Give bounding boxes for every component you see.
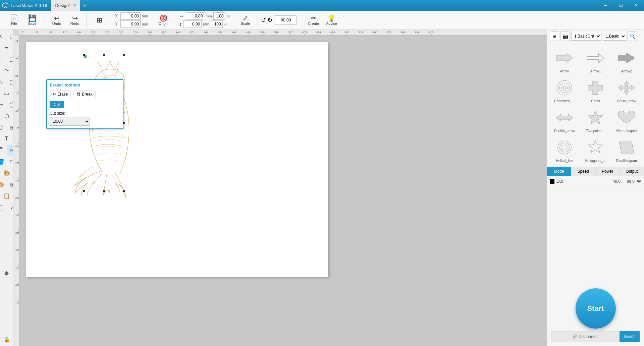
lib-selector-1[interactable]: 1.BasicGra xyxy=(571,32,601,41)
redo-btn[interactable]: ↪ Redo xyxy=(66,13,84,27)
text2-tool[interactable]: T̈ xyxy=(0,145,6,156)
tab-close[interactable]: ✕ xyxy=(73,3,76,8)
align-tool[interactable]: ⊞ xyxy=(7,179,14,190)
rotate-ccw-btn[interactable]: ↺ xyxy=(261,16,266,24)
shape-parallelogram[interactable]: Parallelogram xyxy=(612,135,641,164)
cross-label: Cross xyxy=(591,99,600,103)
shape-five-star[interactable]: Five-pointe... xyxy=(581,106,610,134)
grid-tool[interactable]: ⊞ xyxy=(7,122,14,133)
shape-heart[interactable]: Heart-shaped xyxy=(612,106,641,134)
start-button[interactable]: Start xyxy=(576,288,616,329)
svg-text:432: 432 xyxy=(15,284,19,286)
tab-output[interactable]: Output xyxy=(620,167,644,176)
shape-hex-star[interactable]: Hexagonal_... xyxy=(581,135,610,164)
color2-tool[interactable]: 🎨 xyxy=(0,179,6,190)
canvas-area[interactable]: 2057861151441732022312592883173463754044… xyxy=(13,30,547,346)
new-tab-btn[interactable]: + xyxy=(80,1,90,10)
rect-tool[interactable]: ▭ xyxy=(1,88,12,99)
origin-btn[interactable]: 🎯 Origin xyxy=(155,13,172,27)
text-tool[interactable]: T xyxy=(1,133,12,144)
maximize-btn[interactable]: ☐ xyxy=(613,0,629,11)
pen-tool[interactable]: ✒ xyxy=(1,42,12,53)
select-tool[interactable]: ↖ xyxy=(0,31,6,42)
arrow2-label: Arrow2 xyxy=(621,69,632,73)
x-input[interactable] xyxy=(120,12,141,20)
break-btn[interactable]: ⛓ Break xyxy=(73,90,95,98)
shape-concentric[interactable]: Concentric_... xyxy=(550,76,579,104)
close-btn[interactable]: ✕ xyxy=(629,0,644,11)
ellipse-tool[interactable]: ◯ xyxy=(7,99,14,110)
freehand-tool[interactable]: 〜 xyxy=(1,65,12,76)
svg-text:375: 375 xyxy=(15,249,19,251)
svg-text:86: 86 xyxy=(15,75,18,77)
fill2-tool[interactable]: ⬚ xyxy=(7,156,14,167)
active-tab[interactable]: Design1 ✕ xyxy=(51,0,80,11)
fill-tool[interactable]: 🪣 xyxy=(0,156,6,167)
lib-grid-icon[interactable]: ⊞ xyxy=(550,32,559,41)
break-icon: ⛓ xyxy=(76,92,80,97)
poly-tool[interactable]: ⬡ xyxy=(1,111,12,121)
history-group: ↩ Undo ↪ Redo xyxy=(45,13,87,27)
shape-helical[interactable]: Helical_line xyxy=(550,135,579,164)
grid-btn[interactable]: ⊞ xyxy=(91,13,108,27)
height-pct-input[interactable] xyxy=(211,20,223,28)
freehand2-tool[interactable]: ∿ xyxy=(0,76,6,87)
coord-group: X mm Y mm xyxy=(112,12,151,28)
canvas-content[interactable]: Eraser toolbox ✂ Erase ⛓ Break Cut Cut s… xyxy=(19,36,547,346)
lib-selector-2[interactable]: 1.Basic xyxy=(603,32,626,41)
eraser-tool active[interactable]: ✂ xyxy=(7,145,14,156)
tab-mode[interactable]: Mode xyxy=(547,167,571,176)
svg-text:173: 173 xyxy=(15,127,19,129)
switch-btn[interactable]: Switch xyxy=(620,331,640,342)
file-btn[interactable]: 📄 File xyxy=(5,13,23,27)
shape-cross[interactable]: Cross xyxy=(581,76,610,104)
width-pct-input[interactable] xyxy=(213,12,225,20)
erase-btn[interactable]: ✂ Erase xyxy=(50,90,71,98)
rect2-tool[interactable]: ▭ xyxy=(0,99,6,110)
lock-btn[interactable]: 🔒 xyxy=(1,334,12,345)
save-btn[interactable]: 💾 Save xyxy=(23,13,41,27)
break-label: Break xyxy=(82,92,92,97)
parallelogram-shape-preview xyxy=(616,137,637,158)
width-input[interactable] xyxy=(186,12,204,20)
drawing-canvas[interactable] xyxy=(26,42,328,277)
edit-tool[interactable]: ⬚ xyxy=(7,76,14,87)
scale-btn[interactable]: ⤢ Scale xyxy=(236,13,254,27)
layer-visibility-btn[interactable]: 👁 xyxy=(637,179,641,184)
lib-search-btn[interactable]: 🔍 xyxy=(628,32,637,41)
cut-mode-btn[interactable]: Cut xyxy=(50,101,64,108)
shape-arrow1[interactable]: Arrow1 xyxy=(581,46,610,74)
height-input[interactable] xyxy=(183,20,202,28)
lib-camera-icon[interactable]: 📷 xyxy=(560,32,570,41)
poly2-tool[interactable]: ⬡ xyxy=(0,122,6,133)
advice-btn[interactable]: 💡 Advice xyxy=(323,13,340,27)
shape-arrow2[interactable]: Arrow2 xyxy=(612,46,641,74)
erase-icon: ✂ xyxy=(53,92,56,97)
effect-tool[interactable]: ❋ xyxy=(1,268,12,279)
double-arrow-shape-preview xyxy=(554,107,575,128)
tab-power[interactable]: Power xyxy=(596,167,620,176)
transform-tool[interactable]: ⤢ xyxy=(7,202,14,213)
shape-double-arrow[interactable]: Double_arrow xyxy=(550,106,579,134)
disconnect-btn[interactable]: 🔗 Disconnect xyxy=(551,334,620,339)
y-input[interactable] xyxy=(120,20,141,28)
minimize-btn[interactable]: ─ xyxy=(598,0,613,11)
undo-btn[interactable]: ↩ Undo xyxy=(48,13,65,27)
shape-tool[interactable]: ⬚ xyxy=(7,54,14,64)
svg-text:144: 144 xyxy=(77,31,82,34)
origin-icon: 🎯 xyxy=(159,15,168,21)
svg-rect-104 xyxy=(123,190,125,192)
parallelogram-label: Parallelogram xyxy=(616,159,637,163)
shape-arrow[interactable]: Arrow xyxy=(550,46,579,74)
color-tool[interactable]: 🎨 xyxy=(1,168,12,178)
svg-text:86: 86 xyxy=(50,31,53,34)
node-tool[interactable]: ⬚ xyxy=(7,31,14,42)
layer2-tool[interactable]: 📋 xyxy=(0,202,6,213)
rotate-cw-btn[interactable]: ↻ xyxy=(267,16,272,24)
tab-speed[interactable]: Speed xyxy=(571,167,595,176)
layer-tool[interactable]: 📋 xyxy=(1,190,12,201)
bezier-tool[interactable]: 🖊 xyxy=(0,54,6,64)
shape-cross-arrow[interactable]: Cross_arrow xyxy=(612,76,641,104)
cut-size-select[interactable]: 10.00 xyxy=(50,117,90,126)
create-btn[interactable]: ✏ Create xyxy=(305,13,322,27)
